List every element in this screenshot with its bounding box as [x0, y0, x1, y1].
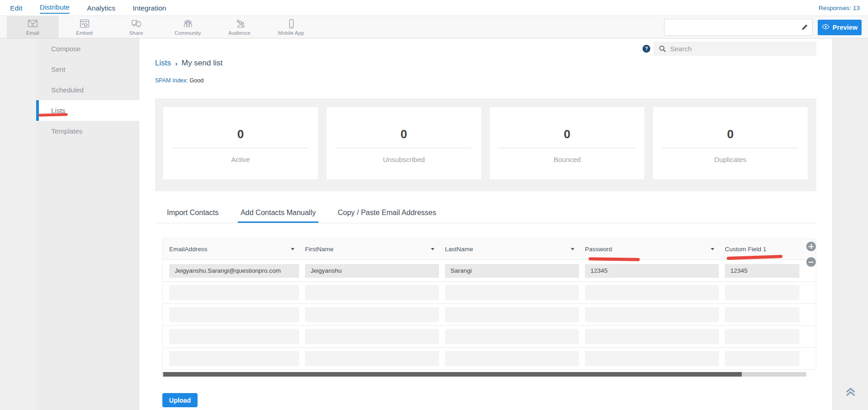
cell-lastname[interactable] [445, 351, 579, 366]
divider [662, 148, 798, 148]
right-gutter [832, 38, 868, 410]
column-header-password[interactable]: Password [585, 239, 719, 259]
chevron-down-icon[interactable] [571, 248, 574, 250]
chevron-right-icon: › [175, 59, 177, 67]
survey-url-field[interactable] [664, 19, 813, 36]
search-input[interactable] [654, 42, 816, 56]
help-icon[interactable]: ? [643, 45, 650, 53]
cell-custom-field-1[interactable] [725, 307, 799, 322]
breadcrumb-current: My send list [182, 59, 223, 68]
responses-count[interactable]: Responses: 13 [819, 5, 860, 11]
stat-value: 0 [401, 127, 407, 141]
nav-menu: Edit Distribute Analytics Integration [10, 0, 166, 16]
scroll-to-top-button[interactable] [842, 384, 859, 399]
breadcrumb-lists-link[interactable]: Lists [155, 59, 171, 68]
mobile-app-icon [285, 18, 297, 29]
horizontal-scrollbar[interactable] [162, 372, 806, 377]
pencil-icon[interactable] [801, 23, 809, 33]
cell-emailaddress[interactable] [169, 329, 299, 344]
sidebar-item-scheduled[interactable]: Scheduled [36, 80, 139, 100]
sidebar-item-sent[interactable]: Sent [36, 59, 139, 80]
cell-custom-field-1[interactable] [725, 285, 799, 300]
eye-icon [822, 24, 830, 31]
nav-analytics[interactable]: Analytics [87, 3, 115, 12]
stat-card-bounced: 0 Bounced [490, 107, 644, 179]
divider [172, 148, 309, 148]
cell-emailaddress[interactable] [169, 351, 299, 366]
red-annotation-custom-field-1 [727, 255, 782, 260]
cell-custom-field-1[interactable]: 12345 [725, 264, 799, 278]
column-label: FirstName [305, 246, 333, 253]
cell-firstname[interactable] [305, 285, 439, 300]
cell-firstname[interactable] [305, 307, 439, 322]
column-header-emailaddress[interactable]: EmailAddress [169, 239, 299, 259]
blurred-survey-url [669, 24, 789, 31]
stat-value: 0 [237, 127, 244, 141]
stat-label: Unsubscribed [383, 156, 425, 163]
scrollbar-thumb[interactable] [163, 372, 742, 377]
remove-row-button[interactable] [806, 257, 816, 267]
cell-custom-field-1[interactable] [725, 329, 799, 344]
cell-lastname[interactable]: Sarangi [445, 264, 579, 278]
top-navbar: Edit Distribute Analytics Integration Re… [0, 0, 868, 16]
table-row [163, 281, 816, 303]
embed-icon [79, 18, 91, 29]
cell-password[interactable] [585, 307, 719, 322]
cell-password[interactable] [585, 329, 719, 344]
toolbar-mobile-app[interactable]: Mobile App [265, 16, 317, 38]
email-sidebar: Compose Sent Scheduled Lists Templates [36, 38, 139, 410]
column-header-custom-field-1[interactable]: Custom Field 1 [725, 239, 799, 259]
toolbar-embed[interactable]: Embed [59, 16, 110, 38]
sidebar-item-compose[interactable]: Compose [36, 38, 139, 59]
divider [336, 148, 472, 148]
toolbar-audience[interactable]: $ Audience [214, 16, 265, 38]
toolbar-community-label: Community [174, 30, 201, 36]
upload-button[interactable]: Upload [162, 393, 198, 407]
table-row [163, 347, 816, 369]
spam-index-label: SPAM Index: [155, 77, 188, 84]
column-label: Custom Field 1 [725, 246, 766, 253]
contacts-tabs: Import Contacts Add Contacts Manually Co… [155, 206, 816, 223]
search-box [654, 42, 816, 56]
tab-copy-paste-email-addresses[interactable]: Copy / Paste Email Addresses [335, 209, 439, 223]
tab-add-contacts-manually[interactable]: Add Contacts Manually [238, 209, 319, 223]
divider [499, 148, 635, 148]
cell-emailaddress[interactable] [169, 307, 299, 322]
toolbar-email[interactable]: Email [7, 16, 59, 38]
cell-emailaddress[interactable]: Jeigyanshu.Sarangi@questionpro.com [169, 264, 299, 278]
tab-import-contacts[interactable]: Import Contacts [164, 209, 221, 223]
column-label: LastName [445, 246, 473, 253]
nav-edit[interactable]: Edit [10, 3, 22, 12]
sidebar-item-lists[interactable]: Lists [36, 100, 139, 121]
table-row: Jeigyanshu.Sarangi@questionpro.com Jeigy… [163, 259, 816, 281]
cell-emailaddress[interactable] [169, 285, 299, 300]
column-header-firstname[interactable]: FirstName [305, 239, 439, 259]
cell-password[interactable]: 12345 [585, 264, 719, 278]
cell-firstname[interactable] [305, 351, 439, 366]
column-header-lastname[interactable]: LastName [445, 239, 579, 259]
nav-integration[interactable]: Integration [133, 3, 166, 12]
chevron-down-icon[interactable] [711, 248, 714, 250]
preview-button[interactable]: Preview [818, 20, 862, 35]
stat-label: Bounced [553, 156, 580, 163]
chevron-down-icon[interactable] [291, 248, 295, 250]
cell-password[interactable] [585, 351, 719, 366]
toolbar-community[interactable]: Community [162, 16, 214, 38]
toolbar-share[interactable]: Share [110, 16, 162, 38]
cell-lastname[interactable] [445, 307, 579, 322]
contacts-table: EmailAddress FirstName LastName Password [162, 238, 816, 370]
cell-lastname[interactable] [445, 285, 579, 300]
add-row-button[interactable] [806, 242, 816, 251]
nav-distribute[interactable]: Distribute [40, 2, 70, 14]
chevron-down-icon[interactable] [431, 248, 434, 250]
toolbar-mobile-app-label: Mobile App [278, 30, 304, 36]
table-row [163, 325, 816, 347]
spam-index: SPAM Index: Good [155, 77, 204, 84]
cell-firstname[interactable] [305, 329, 439, 344]
content-panel: ? Lists › My send list SPAM Index: Good … [139, 38, 868, 410]
cell-lastname[interactable] [445, 329, 579, 344]
sidebar-item-templates[interactable]: Templates [36, 121, 139, 141]
cell-firstname[interactable]: Jeigyanshu [305, 264, 439, 278]
cell-custom-field-1[interactable] [725, 351, 799, 366]
cell-password[interactable] [585, 285, 719, 300]
